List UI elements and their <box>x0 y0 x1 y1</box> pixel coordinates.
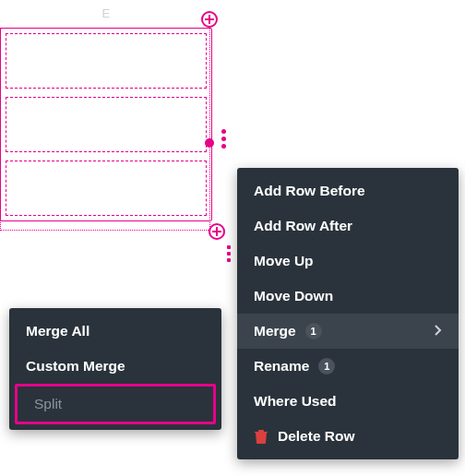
menu-item-add-row-before[interactable]: Add Row Before <box>237 173 459 208</box>
plus-icon <box>201 11 218 28</box>
grid-area: E <box>0 0 212 221</box>
menu-item-label: Custom Merge <box>26 358 125 375</box>
grid-cell[interactable] <box>6 33 207 89</box>
menu-item-add-row-after[interactable]: Add Row After <box>237 208 459 244</box>
badge-count: 1 <box>305 323 322 339</box>
chevron-right-icon <box>435 323 442 339</box>
menu-item-label: Add Row Before <box>254 183 365 199</box>
menu-item-move-down[interactable]: Move Down <box>237 279 459 314</box>
menu-item-delete-row[interactable]: Delete Row <box>237 419 459 454</box>
menu-item-rename[interactable]: Rename 1 <box>237 349 459 384</box>
menu-item-label: Move Down <box>254 288 333 304</box>
context-menu: Add Row Before Add Row After Move Up Mov… <box>237 168 459 459</box>
menu-item-where-used[interactable]: Where Used <box>237 384 459 419</box>
add-row-button[interactable] <box>209 223 227 242</box>
menu-item-label: Delete Row <box>278 428 355 445</box>
grid-cell[interactable] <box>6 97 207 152</box>
menu-item-label: Merge <box>254 323 296 339</box>
badge-count: 1 <box>318 358 335 375</box>
grid-cell[interactable] <box>6 161 207 216</box>
submenu-item-custom-merge[interactable]: Custom Merge <box>9 349 221 384</box>
drag-handle-icon[interactable] <box>227 245 231 262</box>
row-handle-dot[interactable] <box>205 138 214 148</box>
trash-icon <box>254 430 268 444</box>
cells-container[interactable] <box>0 28 212 221</box>
add-column-button[interactable] <box>201 11 220 30</box>
kebab-menu-trigger[interactable] <box>221 129 226 149</box>
menu-item-label: Where Used <box>254 393 337 410</box>
menu-item-label: Rename <box>254 358 309 375</box>
column-header: E <box>0 0 212 28</box>
submenu-item-split: Split <box>15 384 216 424</box>
submenu-item-merge-all[interactable]: Merge All <box>9 314 221 349</box>
menu-item-label: Move Up <box>254 253 314 269</box>
menu-item-label: Split <box>34 396 62 412</box>
plus-icon <box>209 223 225 240</box>
menu-item-move-up[interactable]: Move Up <box>237 244 459 279</box>
menu-item-label: Add Row After <box>254 218 352 234</box>
merge-submenu: Merge All Custom Merge Split <box>9 308 221 430</box>
menu-item-merge[interactable]: Merge 1 <box>237 314 459 349</box>
menu-item-label: Merge All <box>26 323 89 339</box>
